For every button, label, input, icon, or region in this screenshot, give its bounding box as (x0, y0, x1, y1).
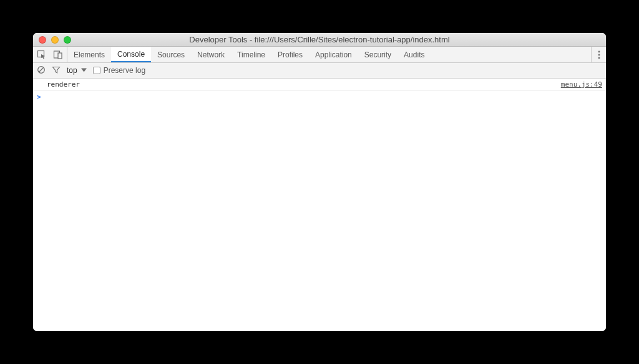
chevron-down-icon (81, 66, 87, 75)
main-toolbar: Elements Console Sources Network Timelin… (33, 47, 606, 63)
filter-icon[interactable] (52, 65, 61, 76)
titlebar: Developer Tools - file:///Users/Crille/S… (33, 33, 606, 47)
tab-timeline[interactable]: Timeline (231, 47, 271, 62)
more-options-button[interactable] (591, 47, 606, 62)
tab-audits[interactable]: Audits (398, 47, 431, 62)
log-source-link[interactable]: menu.js:49 (561, 80, 602, 89)
maximize-window-button[interactable] (64, 36, 71, 44)
tab-profiles[interactable]: Profiles (271, 47, 309, 62)
inspect-element-icon[interactable] (37, 50, 47, 60)
tab-label: Profiles (278, 50, 303, 59)
tab-label: Elements (74, 50, 105, 59)
tab-label: Application (315, 50, 352, 59)
clear-console-icon[interactable] (37, 65, 46, 76)
preserve-log-checkbox[interactable] (93, 67, 100, 74)
svg-rect-2 (58, 53, 62, 59)
log-message: renderer (47, 80, 561, 89)
minimize-window-button[interactable] (51, 36, 59, 44)
context-label: top (67, 66, 77, 75)
tab-sources[interactable]: Sources (151, 47, 191, 62)
tab-console[interactable]: Console (111, 47, 151, 62)
tab-application[interactable]: Application (309, 47, 358, 62)
tab-elements[interactable]: Elements (67, 47, 111, 62)
svg-point-4 (598, 54, 600, 55)
prompt-caret-icon: > (37, 93, 41, 101)
preserve-log-label: Preserve log (104, 66, 145, 75)
svg-point-5 (598, 57, 600, 59)
tab-label: Console (117, 50, 145, 59)
console-prompt[interactable]: > (33, 91, 606, 103)
tab-network[interactable]: Network (191, 47, 231, 62)
tab-label: Audits (404, 50, 424, 59)
tab-label: Sources (157, 50, 185, 59)
tab-label: Timeline (237, 50, 265, 59)
svg-line-7 (39, 67, 43, 72)
tab-security[interactable]: Security (358, 47, 398, 62)
console-output: renderer menu.js:49 > (33, 79, 606, 331)
log-row: renderer menu.js:49 (33, 79, 606, 91)
close-window-button[interactable] (39, 36, 46, 44)
kebab-icon (598, 50, 600, 59)
toolbar-left-icons (33, 47, 67, 62)
tab-label: Security (364, 50, 391, 59)
preserve-log-toggle[interactable]: Preserve log (93, 66, 145, 75)
toolbar-spacer (431, 47, 591, 62)
svg-point-3 (598, 50, 600, 52)
execution-context-selector[interactable]: top (67, 66, 87, 75)
window-title: Developer Tools - file:///Users/Crille/S… (33, 35, 606, 44)
console-toolbar: top Preserve log (33, 63, 606, 79)
traffic-lights (33, 36, 71, 44)
tab-label: Network (197, 50, 225, 59)
panel-tabs: Elements Console Sources Network Timelin… (67, 47, 431, 62)
devtools-window: Developer Tools - file:///Users/Crille/S… (33, 33, 606, 331)
device-toggle-icon[interactable] (53, 50, 63, 60)
